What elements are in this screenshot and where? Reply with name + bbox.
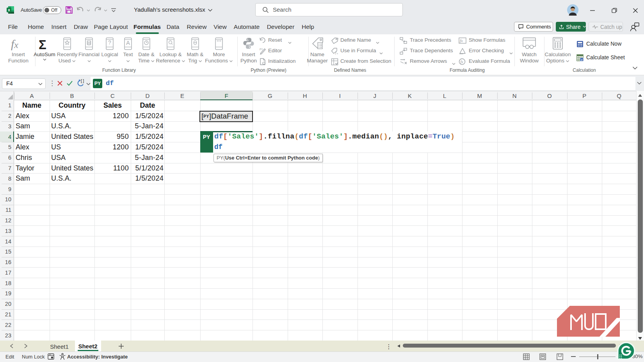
svg-text:x: x [337, 52, 338, 55]
svg-text:[ ]: [ ] [81, 79, 84, 83]
svg-text:#: # [581, 58, 583, 62]
svg-text:fx: fx [461, 60, 464, 64]
svg-text:?: ? [108, 39, 111, 46]
svg-text:PY: PY [260, 48, 263, 51]
svg-text:A: A [126, 39, 130, 46]
svg-text:x: x [8, 8, 10, 12]
svg-text:fx: fx [460, 38, 463, 43]
